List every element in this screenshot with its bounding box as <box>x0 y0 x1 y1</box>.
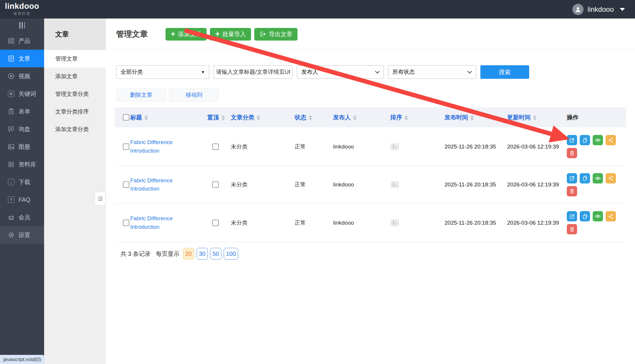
sidebar-item-videos[interactable]: 视频 <box>0 67 44 85</box>
delete-button[interactable] <box>567 148 577 158</box>
column-header-sort[interactable]: 排序 <box>382 113 438 121</box>
eye-icon <box>595 213 601 219</box>
sort-icon[interactable] <box>470 115 474 120</box>
page-size-30[interactable]: 30 <box>197 248 208 260</box>
pin-checkbox[interactable] <box>212 181 219 188</box>
sort-handle[interactable]: 1↓ <box>390 181 399 188</box>
trash-icon <box>569 226 575 232</box>
pagination: 共 3 条记录 每页显示 20 30 50 100 <box>121 248 238 260</box>
sort-handle[interactable]: 1↓ <box>390 143 399 150</box>
sidebar-item-gallery[interactable]: 图册 <box>0 138 44 156</box>
column-header-publish-time[interactable]: 发布时间 <box>438 113 501 121</box>
search-button[interactable]: 搜索 <box>480 65 529 79</box>
eye-icon <box>595 175 601 181</box>
add-article-button[interactable]: + 添加文章 <box>166 28 207 41</box>
chevron-down-icon <box>375 69 380 74</box>
column-header-title[interactable]: 标题 <box>128 113 200 121</box>
total-records: 共 3 条记录 <box>121 250 151 258</box>
preview-button[interactable] <box>593 135 603 145</box>
category-cell: 未分类 <box>226 219 288 227</box>
column-header-pinned[interactable]: 置顶 <box>200 113 226 121</box>
sidebar-item-faq[interactable]: ? FAQ <box>0 191 44 208</box>
pin-checkbox[interactable] <box>212 143 219 150</box>
copy-button[interactable] <box>580 211 590 221</box>
page-size-20[interactable]: 20 <box>183 248 194 260</box>
sort-icon[interactable] <box>353 115 357 120</box>
edit-button[interactable] <box>567 173 577 183</box>
copy-button[interactable] <box>580 173 590 183</box>
column-header-update-time[interactable]: 更新时间 <box>501 113 564 121</box>
sidebar-item-library[interactable]: 资料库 <box>0 156 44 173</box>
preview-button[interactable] <box>593 211 603 221</box>
plus-icon: + <box>171 30 175 38</box>
page-size-100[interactable]: 100 <box>224 248 238 260</box>
sort-icon[interactable] <box>533 115 537 120</box>
publisher-cell: linkdooo <box>325 220 382 226</box>
gallery-image-icon <box>8 143 15 150</box>
sidebar-item-members[interactable]: 会员 <box>0 208 44 226</box>
status-select-value: 所有状态 <box>392 68 415 76</box>
download-icon: ↓ <box>8 178 15 186</box>
page-size-50[interactable]: 50 <box>210 248 221 260</box>
edit-button[interactable] <box>567 211 577 221</box>
publisher-select[interactable]: 发布人 <box>297 65 384 79</box>
bulk-import-button[interactable]: + 批量导入 <box>210 28 251 41</box>
sort-icon[interactable] <box>221 115 225 120</box>
article-title-link[interactable]: Fabric Difference Introduction <box>130 214 178 231</box>
export-icon <box>260 31 266 37</box>
sidebar-item-label: 设置 <box>19 231 30 239</box>
publisher-cell: linkdooo <box>325 143 382 150</box>
submenu-item-manage-categories[interactable]: 管理文章分类 <box>44 85 106 103</box>
submenu-item-manage-articles[interactable]: 管理文章 <box>44 50 106 68</box>
sidebar-item-downloads[interactable]: ↓ 下载 <box>0 173 44 191</box>
sidebar-collapse-toggle[interactable] <box>0 19 44 32</box>
edit-button[interactable] <box>567 135 577 145</box>
article-title-link[interactable]: Fabric Difference Introduction <box>130 138 178 155</box>
publish-time-cell: 2025-11-26 20:18:35 <box>438 181 501 188</box>
column-header-publisher[interactable]: 发布人 <box>325 113 382 121</box>
sort-icon[interactable] <box>257 115 260 120</box>
sidebar-item-inquiries[interactable]: 询盘 <box>0 120 44 138</box>
submenu-collapse-button[interactable] <box>95 192 106 206</box>
edit-icon <box>569 213 575 219</box>
app-logo[interactable]: linkdooo 领度科技 <box>0 2 44 16</box>
preview-button[interactable] <box>593 173 603 183</box>
submenu-item-sort-categories[interactable]: 文章分类排序 <box>44 103 106 121</box>
user-menu[interactable]: linkdooo <box>572 0 625 19</box>
video-play-icon <box>8 73 15 80</box>
sidebar-item-forms[interactable]: 表单 <box>0 103 44 120</box>
share-button[interactable] <box>606 211 616 221</box>
sidebar-item-products[interactable]: 产品 <box>0 32 44 50</box>
sidebar-item-label: 下载 <box>19 178 30 186</box>
sidebar-item-articles[interactable]: 文章 <box>0 50 44 67</box>
sidebar-item-label: 产品 <box>19 37 30 45</box>
category-select[interactable]: 全部分类 ▼ <box>116 65 209 79</box>
share-button[interactable] <box>606 173 616 183</box>
column-header-category[interactable]: 文章分类 <box>226 113 288 121</box>
sidebar-item-keywords[interactable]: K 关键词 <box>0 85 44 103</box>
share-icon <box>608 213 614 219</box>
export-articles-button[interactable]: 导出文章 <box>254 28 298 41</box>
sidebar-item-label: FAQ <box>19 196 30 203</box>
delete-button[interactable] <box>567 186 577 196</box>
move-to-button[interactable]: 移动到 <box>169 88 219 102</box>
column-header-status[interactable]: 状态 <box>288 113 325 121</box>
pin-checkbox[interactable] <box>212 220 219 226</box>
table-row: Fabric Difference Introduction 未分类 正常 li… <box>115 127 626 166</box>
copy-button[interactable] <box>580 135 590 145</box>
sidebar-item-settings[interactable]: 设置 <box>0 226 44 244</box>
delete-button[interactable] <box>567 224 577 234</box>
submenu-item-add-category[interactable]: 添加文章分类 <box>44 121 106 138</box>
sort-icon[interactable] <box>405 115 408 120</box>
submenu-item-add-article[interactable]: 添加文章 <box>44 68 106 85</box>
sort-handle[interactable]: 1↓ <box>390 219 399 226</box>
logo-subtitle: 领度科技 <box>0 11 44 16</box>
delete-articles-button[interactable]: 删除文章 <box>116 88 166 102</box>
status-select[interactable]: 所有状态 <box>388 65 476 79</box>
share-button[interactable] <box>606 135 616 145</box>
status-cell: 正常 <box>288 143 325 151</box>
sort-icon[interactable] <box>144 115 148 120</box>
sort-icon[interactable] <box>309 115 312 120</box>
search-input[interactable] <box>213 65 293 79</box>
article-title-link[interactable]: Fabric Difference Introduction <box>130 176 178 193</box>
